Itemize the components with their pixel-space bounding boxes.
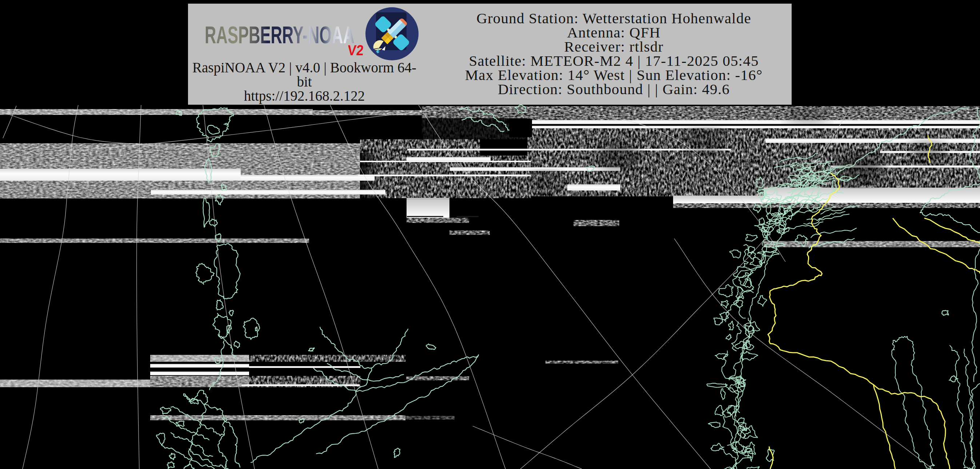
svg-text:V2: V2 — [347, 42, 364, 58]
svg-text:RASPBERRY-NOAA: RASPBERRY-NOAA — [205, 21, 355, 48]
